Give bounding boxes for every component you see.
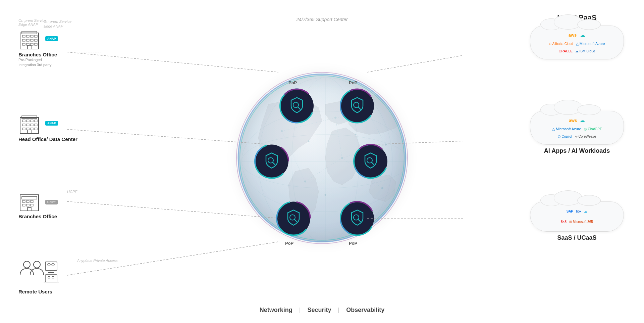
svg-rect-89 <box>22 128 25 130</box>
svg-rect-86 <box>26 124 29 126</box>
svg-rect-95 <box>22 196 37 199</box>
pop-label-top-right: PoP <box>349 80 357 85</box>
salesforce-logo: ☁ <box>584 210 587 213</box>
pop-top-right: PoP <box>339 88 376 126</box>
svg-point-103 <box>23 261 30 268</box>
branches-bot-label: Branches Office <box>18 214 58 219</box>
security-label: Security <box>307 307 331 314</box>
observability-label: Observability <box>346 307 384 314</box>
aws-logo-ai: aws <box>569 118 577 123</box>
ibm-logo: ☁ IBM Cloud <box>575 49 595 53</box>
box-logo: box <box>576 210 581 213</box>
m365-logo: ⊞ Microsoft 365 <box>569 220 593 224</box>
svg-point-113 <box>52 276 54 278</box>
saas-section: SAP box ☁ 8×8 ⊞ Microsoft 365 SaaS / UCa… <box>530 201 624 241</box>
cloud-icon-ai: ☁ <box>580 117 585 124</box>
pop-top-left: PoP <box>278 88 315 126</box>
azure-logo-iaas: △ Microsoft Azure <box>576 42 605 46</box>
svg-rect-98 <box>31 200 33 202</box>
ai-apps-section: aws ☁ △ Microsoft Azure ◎ ChatGPT ⬡ Copi… <box>530 111 624 154</box>
pop-label-bot-right: PoP <box>349 241 357 246</box>
copilot-logo: ⬡ Copilot <box>558 135 572 138</box>
svg-rect-78 <box>28 45 31 49</box>
azure-logo-ai: △ Microsoft Azure <box>552 127 581 131</box>
sap-logo: SAP <box>567 210 574 213</box>
svg-rect-74 <box>22 43 25 45</box>
pop-label-bot-left: PoP <box>285 241 293 246</box>
svg-rect-67 <box>26 35 29 37</box>
svg-rect-92 <box>35 128 37 130</box>
branches-office-top-section: On-prem Service Edge ANAP <box>18 18 58 68</box>
separator-2: | <box>338 307 340 314</box>
svg-rect-75 <box>26 43 29 45</box>
svg-rect-94 <box>20 195 39 211</box>
anap-badge-top: ANAP <box>45 36 58 41</box>
svg-rect-90 <box>26 128 29 130</box>
branches-office-bot-section: UCPE Branches Office <box>18 193 58 219</box>
svg-point-109 <box>52 263 54 266</box>
svg-rect-72 <box>31 39 33 41</box>
8x8-logo: 8×8 <box>561 220 567 224</box>
svg-text:UCPE: UCPE <box>67 190 77 194</box>
svg-point-104 <box>34 261 40 268</box>
edge-anap-label: Edge ANAP <box>18 22 58 27</box>
head-office-label: Head Office/ Data Center <box>18 136 77 142</box>
bottom-labels: Networking | Security | Observability <box>260 307 384 314</box>
building-icon-mid <box>18 112 42 134</box>
pop-label-top-left: PoP <box>288 80 297 85</box>
support-center-label: 24/7/365 Support Center <box>296 17 347 22</box>
svg-rect-87 <box>31 124 33 126</box>
svg-rect-101 <box>31 204 33 206</box>
building-icon-top <box>18 28 42 50</box>
svg-rect-82 <box>26 120 29 122</box>
branches-top-sublabel2: Integration 3rd party <box>18 62 58 67</box>
svg-rect-102 <box>28 207 31 211</box>
cloud-icon-iaas: ☁ <box>580 32 585 38</box>
remote-users-label: Remote Users <box>18 289 59 294</box>
saas-title: SaaS / UCaaS <box>530 234 624 241</box>
svg-rect-77 <box>35 43 37 45</box>
iaas-cloud: aws ☁ ⊖ Alibaba Cloud △ Microsoft Azure … <box>530 26 624 59</box>
svg-line-114 <box>67 52 278 72</box>
svg-line-119 <box>67 242 278 275</box>
svg-rect-68 <box>31 35 33 37</box>
svg-rect-91 <box>31 128 33 130</box>
svg-rect-99 <box>22 204 25 206</box>
branches-top-label: Branches Office <box>18 52 58 57</box>
svg-text:Anyplace Private Access: Anyplace Private Access <box>77 259 118 263</box>
remote-users-section: Remote Users <box>18 259 59 294</box>
svg-rect-73 <box>35 39 37 41</box>
svg-rect-69 <box>35 35 37 37</box>
pop-bot-left: PoP <box>275 200 312 238</box>
pop-mid-left <box>253 143 290 181</box>
pop-mid-right <box>352 143 389 181</box>
iaas-paas-section: IaaS / PaaS aws ☁ ⊖ Alibaba Cloud △ Micr… <box>530 13 624 59</box>
svg-rect-66 <box>22 35 25 37</box>
building-icon-bot <box>18 193 42 212</box>
anap-badge-mid: ANAP <box>45 121 58 126</box>
svg-rect-83 <box>31 120 33 122</box>
ucpe-badge-bot: UCPE <box>45 200 58 204</box>
svg-rect-105 <box>45 262 57 270</box>
svg-rect-96 <box>22 200 25 202</box>
onprem-service-label: On-prem Service <box>18 18 58 22</box>
svg-point-108 <box>48 263 50 266</box>
head-office-section: ANAP Head Office/ Data Center <box>18 112 77 142</box>
aws-logo-iaas: aws <box>569 33 577 38</box>
svg-rect-100 <box>26 204 29 206</box>
svg-rect-76 <box>31 43 33 45</box>
svg-rect-85 <box>22 124 25 126</box>
separator-1: | <box>299 307 301 314</box>
ai-cloud: aws ☁ △ Microsoft Azure ◎ ChatGPT ⬡ Copi… <box>530 111 624 145</box>
branches-top-sublabel1: Pre-Packaged <box>18 57 58 62</box>
svg-rect-84 <box>35 120 37 122</box>
svg-rect-70 <box>22 39 25 41</box>
svg-line-121 <box>367 55 463 72</box>
svg-rect-71 <box>26 39 29 41</box>
alibaba-logo: ⊖ Alibaba Cloud <box>549 42 573 46</box>
svg-rect-88 <box>35 124 37 126</box>
svg-rect-93 <box>28 130 31 134</box>
chatgpt-logo: ◎ ChatGPT <box>584 127 602 131</box>
svg-rect-97 <box>26 200 29 202</box>
ai-title: AI Apps / AI Workloads <box>530 147 624 154</box>
